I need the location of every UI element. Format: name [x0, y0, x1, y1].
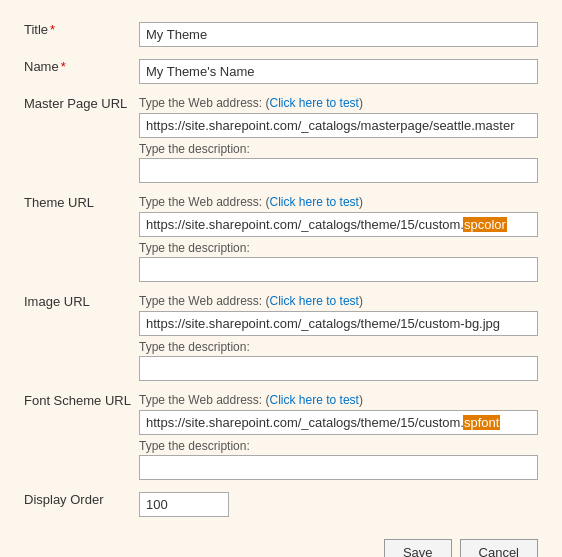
button-row: Save Cancel: [20, 539, 542, 557]
font-scheme-desc-label: Type the description:: [139, 439, 538, 453]
theme-url-test-link[interactable]: Click here to test: [270, 195, 359, 209]
name-field-cell: [135, 53, 542, 90]
theme-url-field-cell: Type the Web address: (Click here to tes…: [135, 189, 542, 288]
title-required-star: *: [50, 22, 55, 37]
title-label: Title*: [20, 16, 135, 53]
font-scheme-url-hint: Type the Web address: (Click here to tes…: [139, 393, 538, 407]
master-page-desc-input[interactable]: [139, 158, 538, 183]
master-page-url-test-link[interactable]: Click here to test: [270, 96, 359, 110]
theme-url-input[interactable]: [139, 212, 538, 237]
master-page-url-label: Master Page URL: [20, 90, 135, 189]
font-scheme-url-test-link[interactable]: Click here to test: [270, 393, 359, 407]
title-input[interactable]: [139, 22, 538, 47]
font-scheme-url-label: Font Scheme URL: [20, 387, 135, 486]
image-desc-input[interactable]: [139, 356, 538, 381]
font-scheme-url-field-cell: Type the Web address: (Click here to tes…: [135, 387, 542, 486]
image-url-test-link[interactable]: Click here to test: [270, 294, 359, 308]
title-field-cell: [135, 16, 542, 53]
font-scheme-url-input[interactable]: [139, 410, 538, 435]
cancel-button[interactable]: Cancel: [460, 539, 538, 557]
display-order-label: Display Order: [20, 486, 135, 523]
display-order-input[interactable]: [139, 492, 229, 517]
theme-url-label: Theme URL: [20, 189, 135, 288]
theme-url-hint: Type the Web address: (Click here to tes…: [139, 195, 538, 209]
master-page-desc-label: Type the description:: [139, 142, 538, 156]
master-page-url-field-cell: Type the Web address: (Click here to tes…: [135, 90, 542, 189]
image-url-label: Image URL: [20, 288, 135, 387]
display-order-field-cell: [135, 486, 542, 523]
theme-desc-label: Type the description:: [139, 241, 538, 255]
name-input[interactable]: [139, 59, 538, 84]
theme-desc-input[interactable]: [139, 257, 538, 282]
save-button[interactable]: Save: [384, 539, 452, 557]
master-page-url-input[interactable]: [139, 113, 538, 138]
font-scheme-desc-input[interactable]: [139, 455, 538, 480]
master-page-url-hint: Type the Web address: (Click here to tes…: [139, 96, 538, 110]
name-required-star: *: [61, 59, 66, 74]
image-desc-label: Type the description:: [139, 340, 538, 354]
image-url-input[interactable]: [139, 311, 538, 336]
name-label: Name*: [20, 53, 135, 90]
image-url-field-cell: Type the Web address: (Click here to tes…: [135, 288, 542, 387]
image-url-hint: Type the Web address: (Click here to tes…: [139, 294, 538, 308]
